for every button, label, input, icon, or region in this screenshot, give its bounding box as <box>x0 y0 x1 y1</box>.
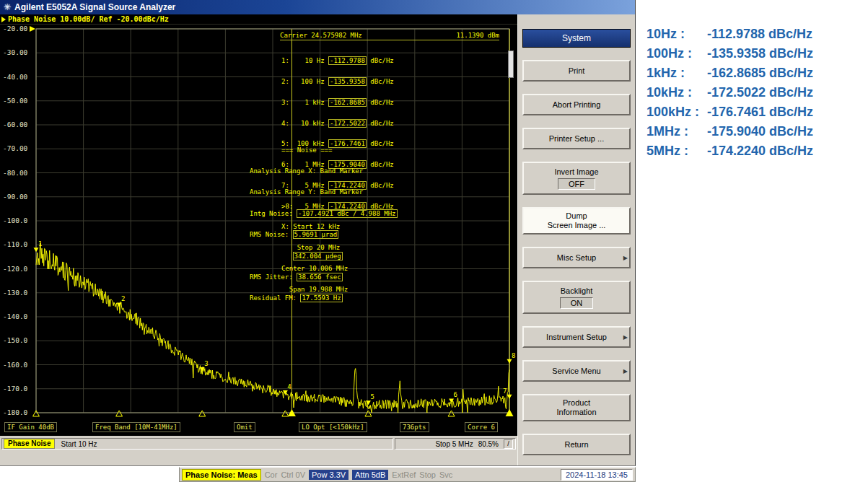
softkey-menu: System Print Abort Printing Printer Setu… <box>517 14 635 465</box>
band-marker-icon <box>116 411 123 416</box>
sweep-progress: 80.5% <box>478 440 499 448</box>
analyzer-window: ✳ Agilent E5052A Signal Source Analyzer … <box>0 0 636 466</box>
band-marker-icon <box>282 411 289 416</box>
status-datetime: 2024-11-18 13:45 <box>561 469 633 481</box>
annotation-row: 1kHz :-162.8685 dBc/Hz <box>646 63 863 83</box>
measurement-mode-chip: Phase Noise <box>4 439 55 449</box>
trace-marker-number: 6 <box>454 391 457 398</box>
if-gain-chip: IF Gain 40dB <box>4 422 57 432</box>
y-tick-label: -80.00 <box>3 169 28 177</box>
trace-marker-icon <box>507 395 512 399</box>
softkey-invert-image[interactable]: Invert Image OFF <box>522 162 631 195</box>
y-tick-label: -160.0 <box>3 361 28 369</box>
annotation-row: 5MHz :-174.2240 dBc/Hz <box>646 141 863 161</box>
measurement-display: Phase Noise 10.00dB/ Ref -20.00dBc/Hz -2… <box>0 14 517 436</box>
y-tick-label: -30.00 <box>3 48 28 56</box>
status-measurement-chip: Phase Noise: Meas <box>182 469 261 481</box>
submenu-arrow-icon: ▶ <box>623 334 628 341</box>
active-trace-icon <box>1 17 6 22</box>
trace-marker-icon <box>507 359 512 364</box>
y-tick-label: -120.0 <box>3 265 28 273</box>
band-marker-icon <box>365 411 372 416</box>
points-chip: 736pts <box>400 422 429 432</box>
trace-marker-icon <box>117 302 122 307</box>
y-tick-label: -130.0 <box>3 289 28 297</box>
submenu-arrow-icon: ▶ <box>623 255 628 261</box>
y-tick-label: -100.0 <box>3 216 28 224</box>
softkey-service-menu[interactable]: Service Menu ▶ <box>522 360 631 382</box>
y-tick-label: -40.00 <box>3 73 28 81</box>
annotation-row: 1MHz :-175.9040 dBc/Hz <box>646 122 863 141</box>
sweep-start-label: Start 10 Hz <box>61 440 97 448</box>
status-power-chip: Pow 3.3V <box>309 470 348 480</box>
backlight-state: ON <box>560 297 594 309</box>
phase-noise-plot: -20.00-30.00-40.00-50.00-60.00-70.00-80.… <box>0 25 516 423</box>
y-tick-label: -170.0 <box>3 385 28 393</box>
softkey-product-information[interactable]: Product Information <box>522 394 631 421</box>
trace-marker-number: 5 <box>370 393 374 400</box>
trace-marker-number: 8 <box>512 352 515 359</box>
window-title: Agilent E5052A Signal Source Analyzer <box>14 2 175 12</box>
freq-band-chip: Freq Band [10M-41MHz] <box>92 422 180 432</box>
status-extref-chip: ExtRef <box>392 470 416 479</box>
sweep-stop-label: Stop 5 MHz <box>435 440 473 448</box>
softkey-menu-title: System <box>522 29 631 48</box>
softkey-misc-setup[interactable]: Misc Setup ▶ <box>522 247 631 268</box>
band-marker-icon <box>448 411 455 416</box>
annotation-row: 10kHz :-172.5022 dBc/Hz <box>646 83 863 102</box>
window-titlebar[interactable]: ✳ Agilent E5052A Signal Source Analyzer <box>0 0 635 14</box>
agilent-spark-icon: ✳ <box>4 3 11 12</box>
invert-image-state: OFF <box>558 178 595 190</box>
trace-marker-number: 7 <box>503 387 507 395</box>
screen: ✳ Agilent E5052A Signal Source Analyzer … <box>0 0 868 482</box>
ref-level-icon <box>30 26 35 32</box>
y-tick-label: -110.0 <box>3 240 28 248</box>
y-tick-label: -140.0 <box>3 312 28 320</box>
trace-label-row: Phase Noise 10.00dB/ Ref -20.00dBc/Hz <box>0 14 517 25</box>
sweep-spinner: / <box>504 439 513 449</box>
trace-marker-number: 1 <box>38 240 42 247</box>
y-tick-label: -50.00 <box>3 97 28 105</box>
trace-marker-number: 2 <box>121 295 125 302</box>
measurement-status-bar: Phase Noise Start 10 Hz Stop 5 MHz 80.5%… <box>0 437 517 450</box>
display-scroll-thumb[interactable] <box>508 51 514 78</box>
trace-marker-number: 4 <box>287 383 291 390</box>
softkey-instrument-setup[interactable]: Instrument Setup ▶ <box>522 326 631 348</box>
trace-label: Phase Noise 10.00dB/ Ref -20.00dBc/Hz <box>8 15 169 23</box>
softkey-print[interactable]: Print <box>522 60 631 82</box>
softkey-return[interactable]: Return <box>522 434 631 455</box>
annotation-row: 10Hz :-112.9788 dBc/Hz <box>646 25 863 44</box>
submenu-arrow-icon: ▶ <box>623 368 628 374</box>
trace-marker-number: 3 <box>204 360 208 367</box>
correlation-chip: Corre 6 <box>465 422 498 432</box>
softkey-dump-screen-image[interactable]: Dump Screen Image ... <box>522 207 631 235</box>
annotation-row: 100Hz :-135.9358 dBc/Hz <box>646 44 863 63</box>
y-tick-label: -90.00 <box>3 193 28 201</box>
system-status-bar: Phase Noise: Meas Cor Ctrl 0V Pow 3.3V A… <box>179 467 636 482</box>
status-cor-chip: Cor <box>265 470 278 479</box>
y-tick-label: -180.0 <box>3 408 28 416</box>
y-tick-label: -60.00 <box>3 120 28 128</box>
trace-marker-icon <box>34 247 39 252</box>
status-ctrl-chip: Ctrl 0V <box>281 470 305 479</box>
softkey-backlight[interactable]: Backlight ON <box>522 281 631 314</box>
softkey-abort-printing[interactable]: Abort Printing <box>522 94 631 115</box>
band-marker-icon <box>199 411 206 416</box>
measurement-settings-row: IF Gain 40dB Freq Band [10M-41MHz] Omit … <box>0 421 516 434</box>
annotation-row: 100kHz :-176.7461 dBc/Hz <box>646 102 863 122</box>
status-svc-chip: Svc <box>439 470 452 479</box>
softkey-printer-setup[interactable]: Printer Setup ... <box>522 128 631 149</box>
status-attn-chip: Attn 5dB <box>352 470 388 480</box>
marker-annotation-list: 10Hz :-112.9788 dBc/Hz 100Hz :-135.9358 … <box>646 25 863 161</box>
omit-chip: Omit <box>234 422 255 432</box>
status-stop-chip: Stop <box>419 470 436 479</box>
lo-opt-chip: LO Opt [<150kHz] <box>299 422 367 432</box>
y-tick-label: -20.00 <box>3 25 28 32</box>
y-tick-label: -150.0 <box>3 336 28 344</box>
y-tick-label: -70.00 <box>3 144 28 152</box>
